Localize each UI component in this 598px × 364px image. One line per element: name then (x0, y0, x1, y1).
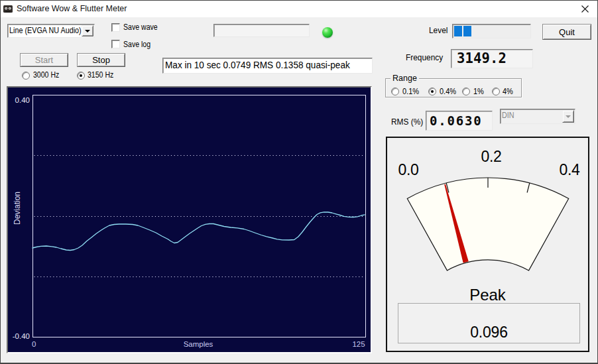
radio-3000hz[interactable] (22, 72, 30, 80)
window-title: Software Wow & Flutter Meter (17, 0, 127, 17)
wave-file-input[interactable] (213, 24, 310, 37)
frequency-display: 3149.2 (451, 49, 533, 68)
chevron-down-icon (566, 115, 571, 118)
input-device-value: Line (EVGA NU Audio) (9, 25, 82, 37)
peak-label: Peak (387, 287, 588, 303)
radio-range-0.1%[interactable] (391, 88, 399, 95)
svg-text:-0.40: -0.40 (13, 332, 30, 340)
deviation-chart: 0.40-0.400Samples125Deviation (7, 86, 372, 353)
radio-range-1%[interactable] (462, 88, 470, 95)
peak-value: 0.096 (398, 324, 579, 340)
radio-range-0.4%-label: 0.4% (440, 87, 456, 97)
radio-3000hz-label: 3000 Hz (33, 70, 59, 80)
peak-gauge-panel: 0.0 0.2 0.4 Peak 0.096 (386, 137, 589, 352)
level-segment (463, 26, 471, 36)
range-group-legend: Range (390, 74, 419, 83)
svg-text:Samples: Samples (184, 340, 213, 348)
frequency-label: Frequency (406, 53, 443, 62)
radio-range-0.1%-label: 0.1% (402, 87, 419, 97)
gauge-scale-min: 0.0 (398, 161, 418, 179)
input-device-dropdown-button[interactable] (82, 25, 93, 36)
save-wave-label: Save wave (123, 23, 158, 32)
radio-range-1%-label: 1% (473, 87, 484, 97)
weighting-value: DIN (502, 109, 514, 122)
input-device-select[interactable]: Line (EVGA NU Audio) (7, 24, 95, 38)
level-segment (454, 26, 462, 36)
svg-text:0: 0 (32, 340, 36, 348)
save-log-checkbox[interactable] (111, 40, 120, 48)
radio-3150hz-label: 3150 Hz (88, 70, 113, 80)
status-text: Max in 10 sec 0.0749 RMS 0.1358 quasi-pe… (165, 58, 369, 73)
level-label: Level (429, 26, 448, 35)
radio-3150hz[interactable] (77, 72, 85, 80)
start-button[interactable]: Start (20, 53, 68, 67)
radio-range-0.4%[interactable] (428, 88, 436, 95)
level-meter (452, 24, 531, 38)
status-readout: Max in 10 sec 0.0749 RMS 0.1358 quasi-pe… (162, 58, 373, 74)
deviation-plot: 0.40-0.400Samples125Deviation (8, 88, 371, 352)
gauge-scale-max: 0.4 (559, 161, 579, 179)
peak-value-box: 0.096 (398, 303, 580, 343)
chevron-down-icon (85, 30, 90, 32)
weighting-dropdown-button (562, 110, 574, 123)
range-group: Range 0.1% 0.4% 1% 4% (385, 78, 522, 97)
app-icon (3, 5, 13, 13)
rms-display: 0.0630 (426, 111, 493, 131)
svg-text:125: 125 (352, 340, 365, 348)
weighting-select: DIN (500, 109, 575, 124)
rms-label: RMS (%) (391, 117, 423, 127)
save-wave-checkbox[interactable] (111, 23, 120, 32)
gauge-scale-mid: 0.2 (481, 148, 501, 166)
radio-range-4%-label: 4% (503, 87, 513, 97)
close-icon (581, 5, 589, 13)
svg-text:0.40: 0.40 (15, 96, 30, 104)
save-log-label: Save log (123, 40, 150, 50)
radio-range-4%[interactable] (492, 88, 500, 95)
svg-text:Deviation: Deviation (13, 192, 22, 225)
close-button[interactable] (573, 0, 597, 17)
title-bar: Software Wow & Flutter Meter (0, 0, 598, 17)
app-window: Software Wow & Flutter Meter Line (EVGA … (0, 0, 598, 364)
quit-button[interactable]: Quit (542, 24, 591, 40)
signal-led-indicator (322, 27, 333, 38)
stop-button[interactable]: Stop (77, 53, 125, 67)
